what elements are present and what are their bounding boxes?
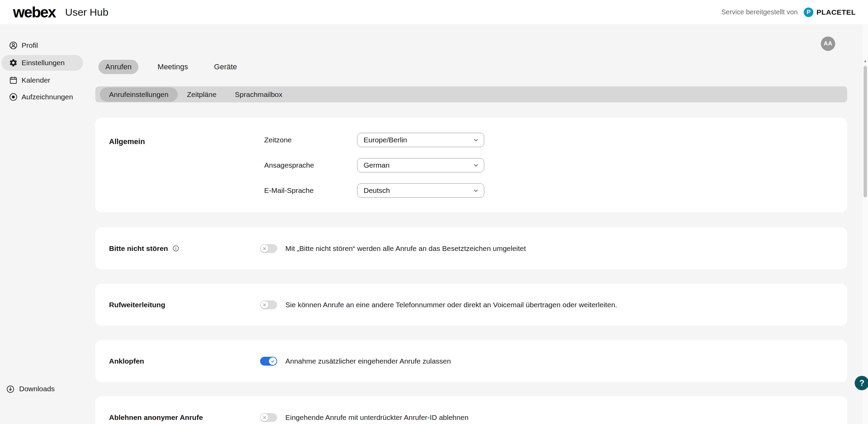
- select-value: Deutsch: [364, 186, 390, 195]
- card-rufweiterleitung: Rufweiterleitung Sie können Anrufe an ei…: [95, 284, 847, 326]
- placetel-icon: P: [804, 8, 813, 17]
- sub-tabs: Anrufeinstellungen Zeitpläne Sprachmailb…: [95, 86, 847, 102]
- downloads-label: Downloads: [19, 385, 55, 393]
- scrollbar-track[interactable]: ▲: [863, 24, 868, 424]
- scrollbar-thumb[interactable]: [864, 66, 867, 197]
- card-allgemein: Allgemein Zeitzone Europe/Berlin Ansages…: [95, 118, 847, 212]
- anonymous-call-rejection-toggle[interactable]: [260, 413, 277, 422]
- toggle-knob: [261, 245, 268, 252]
- sidebar-item-kalender[interactable]: Kalender: [1, 72, 83, 88]
- sidebar-item-label: Kalender: [22, 76, 50, 84]
- gear-icon: [9, 58, 18, 67]
- subtab-anrufeinstellungen[interactable]: Anrufeinstellungen: [100, 87, 178, 102]
- tab-meetings[interactable]: Meetings: [151, 60, 195, 74]
- general-form: Zeitzone Europe/Berlin Ansagesprache Ger…: [264, 133, 484, 209]
- setting-title-text: Bitte nicht stören: [109, 244, 168, 253]
- chevron-down-icon: [473, 162, 479, 168]
- chevron-down-icon: [473, 137, 479, 143]
- setting-description: Annahme zusätzlicher eingehender Anrufe …: [285, 357, 451, 365]
- email-sprache-select[interactable]: Deutsch: [357, 183, 484, 198]
- setting-title: Anklopfen: [109, 357, 260, 365]
- top-header: webex User Hub Service bereitgestellt vo…: [0, 0, 868, 24]
- tab-geraete[interactable]: Geräte: [207, 60, 244, 74]
- scrollbar-up-arrow[interactable]: ▲: [863, 58, 868, 63]
- call-forwarding-toggle[interactable]: [260, 300, 277, 309]
- form-row-zeitzone: Zeitzone Europe/Berlin: [264, 133, 484, 147]
- chevron-down-icon: [473, 188, 479, 194]
- setting-title: Bitte nicht stören: [109, 244, 260, 253]
- select-value: German: [364, 161, 390, 169]
- card-ablehnen-anonymer-anrufe: Ablehnen anonymer Anrufe Eingehende Anru…: [95, 396, 847, 424]
- sidebar-item-label: Einstellungen: [22, 59, 65, 67]
- tab-anrufen[interactable]: Anrufen: [98, 60, 138, 74]
- sidebar-item-label: Aufzeichnungen: [22, 93, 73, 101]
- setting-description: Mit „Bitte nicht stören“ werden alle Anr…: [285, 244, 526, 253]
- setting-title-text: Rufweiterleitung: [109, 301, 165, 309]
- form-row-email-sprache: E-Mail-Sprache Deutsch: [264, 183, 484, 198]
- card-bitte-nicht-stoeren: Bitte nicht stören Mit „Bitte nicht stör…: [95, 227, 847, 269]
- sidebar-item-profil[interactable]: Profil: [1, 38, 83, 53]
- download-icon: [6, 385, 15, 393]
- toggle-knob: [261, 301, 268, 309]
- setting-description: Sie können Anrufe an eine andere Telefon…: [285, 301, 617, 309]
- sidebar-item-einstellungen[interactable]: Einstellungen: [1, 55, 83, 71]
- call-waiting-toggle[interactable]: [260, 357, 277, 366]
- ansagesprache-select[interactable]: German: [357, 158, 484, 172]
- setting-title: Ablehnen anonymer Anrufe: [109, 413, 260, 422]
- field-label: Zeitzone: [264, 136, 357, 144]
- webex-logo: webex: [13, 4, 56, 21]
- main-tabs: Anrufen Meetings Geräte: [98, 60, 244, 74]
- section-title: Allgemein: [109, 137, 145, 146]
- record-icon: [9, 93, 18, 101]
- sidebar-item-downloads[interactable]: Downloads: [6, 381, 55, 396]
- subtab-sprachmailbox[interactable]: Sprachmailbox: [226, 87, 291, 102]
- help-button[interactable]: ?: [855, 376, 868, 390]
- placetel-logo: P PLACETEL: [804, 8, 856, 17]
- calendar-icon: [9, 76, 18, 85]
- service-attribution: Service bereitgestellt von P PLACETEL: [721, 8, 856, 17]
- setting-title: Rufweiterleitung: [109, 301, 260, 309]
- toggle-knob: [269, 357, 276, 365]
- form-row-ansagesprache: Ansagesprache German: [264, 158, 484, 172]
- field-label: Ansagesprache: [264, 161, 357, 169]
- dnd-toggle[interactable]: [260, 244, 277, 253]
- sidebar-item-aufzeichnungen[interactable]: Aufzeichnungen: [1, 89, 83, 105]
- setting-description: Eingehende Anrufe mit unterdrückter Anru…: [285, 413, 469, 422]
- placetel-name: PLACETEL: [816, 8, 856, 16]
- profile-icon: [9, 41, 18, 50]
- setting-title-text: Ablehnen anonymer Anrufe: [109, 413, 203, 422]
- service-text: Service bereitgestellt von: [721, 8, 798, 16]
- zeitzone-select[interactable]: Europe/Berlin: [357, 133, 484, 147]
- select-value: Europe/Berlin: [364, 136, 407, 144]
- subtab-zeitplaene[interactable]: Zeitpläne: [178, 87, 226, 102]
- page-title: User Hub: [65, 6, 109, 18]
- field-label: E-Mail-Sprache: [264, 186, 357, 195]
- sidebar-item-label: Profil: [22, 41, 38, 50]
- card-anklopfen: Anklopfen Annahme zusätzlicher eingehend…: [95, 340, 847, 382]
- avatar[interactable]: AA: [821, 37, 835, 51]
- info-icon[interactable]: [172, 245, 179, 252]
- webex-user-hub-screen: webex User Hub Service bereitgestellt vo…: [0, 0, 868, 424]
- toggle-knob: [261, 414, 268, 421]
- setting-title-text: Anklopfen: [109, 357, 144, 365]
